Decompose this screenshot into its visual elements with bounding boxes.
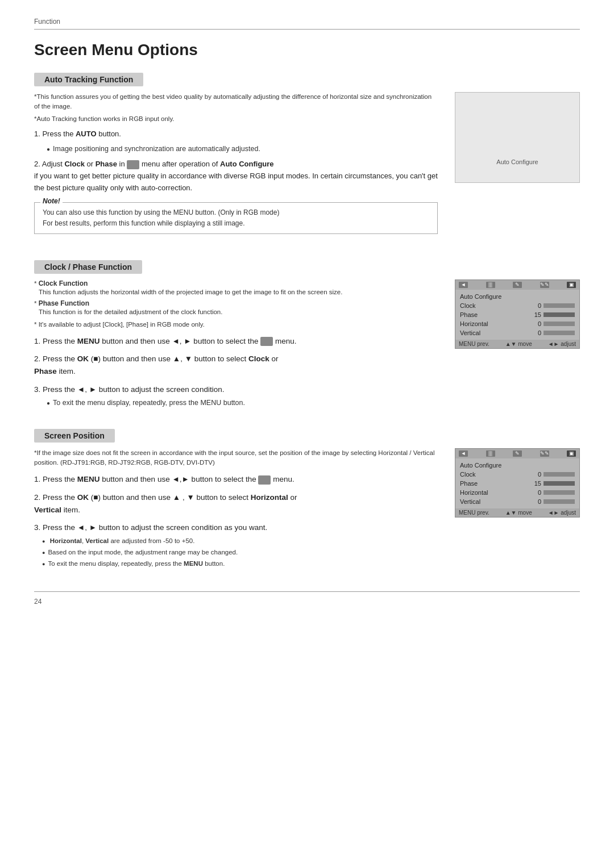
clock-phase-content: * Clock Function This function adjusts t… xyxy=(34,279,580,408)
clock-phase-image: ◄ ||| ✎ ✎✎ ▣ Auto Configure Clock xyxy=(455,279,580,408)
sp-clock-bar xyxy=(544,472,575,477)
sp-menu-topbar: ◄ ||| ✎ ✎✎ ▣ xyxy=(455,449,579,458)
menu-icon-pencil: ✎ xyxy=(513,282,522,288)
menu-icon-cp xyxy=(260,337,273,346)
screen-position-text: *If the image size does not fit the scre… xyxy=(34,448,438,571)
menu-icon-screen-active: ▣ xyxy=(567,282,576,288)
sp-menu-rows: Auto Configure Clock 0 Phase 15 Hor xyxy=(455,458,579,508)
footer-bar: 24 xyxy=(34,591,580,606)
sp-menu-bottom-right: ◄► adjust xyxy=(548,510,576,516)
menu-icon-sp xyxy=(258,475,271,485)
clock-func-title: Clock Function xyxy=(39,279,88,287)
vert-bold: Vertical xyxy=(34,506,61,514)
sp-row-value-phase: 15 xyxy=(534,480,575,487)
menu-row-phase: Phase 15 xyxy=(460,310,575,319)
sp-menu-bottom-left: MENU prev. xyxy=(459,510,489,516)
horiz-bold: Horizontal xyxy=(251,493,288,502)
clock-phase-step3-bullet: To exit the menu display, repeatedly, pr… xyxy=(47,398,438,408)
screen-pos-step3: 3. Press the ◄, ► button to adjust the s… xyxy=(34,521,438,534)
auto-tracking-phase-bold: Phase xyxy=(96,160,117,168)
auto-tracking-step2-rest: if you want to get better picture qualit… xyxy=(34,172,438,192)
sp-row-label-phase: Phase xyxy=(460,480,478,487)
auto-tracking-note2: *Auto Tracking function works in RGB inp… xyxy=(34,114,438,124)
horiz-bar xyxy=(544,322,575,326)
auto-tracking-step1: 1. Press the AUTO button. xyxy=(34,128,438,140)
sp-menu-icon-pencil: ✎ xyxy=(513,450,522,457)
menu-row-value-phase: 15 xyxy=(534,311,575,318)
sp-vert-bar xyxy=(544,499,575,504)
menu-bottom-left: MENU prev. xyxy=(459,341,489,347)
page: Function Screen Menu Options Auto Tracki… xyxy=(0,0,614,628)
note-box: Note! You can also use this function by … xyxy=(34,202,438,234)
menu-row-label-phase: Phase xyxy=(460,311,478,318)
menu-topbar: ◄ ||| ✎ ✎✎ ▣ xyxy=(455,280,579,290)
auto-tracking-screen: Auto Configure xyxy=(455,92,580,183)
sp-row-value-vertical: 0 xyxy=(538,498,575,505)
menu-bold-sp1: MENU xyxy=(77,475,100,483)
sp-menu-row-horizontal: Horizontal 0 xyxy=(460,488,575,497)
clock-phase-section: Clock / Phase Function * Clock Function … xyxy=(34,260,580,408)
sp-menu-row-phase: Phase 15 xyxy=(460,479,575,488)
auto-tracking-section: Auto Tracking Function *This function as… xyxy=(34,73,580,240)
menu-row-clock: Clock 0 xyxy=(460,301,575,310)
header-bar: Function xyxy=(34,17,580,30)
menu-bottombar: MENU prev. ▲▼ move ◄► adjust xyxy=(455,340,579,348)
vert-label: Vertical xyxy=(85,537,109,544)
menu-row-value-vertical: 0 xyxy=(538,329,575,336)
sp-row-label-horizontal: Horizontal xyxy=(460,489,488,496)
sp-row-value-clock: 0 xyxy=(538,471,575,478)
clock-phase-text: * Clock Function This function adjusts t… xyxy=(34,279,438,408)
screen-position-image: ◄ ||| ✎ ✎✎ ▣ Auto Configure Clock xyxy=(455,448,580,571)
phase-func-title-line: * Phase Function xyxy=(34,299,438,307)
horiz-vert-label: Horizontal xyxy=(50,537,82,544)
menu-rows: Auto Configure Clock 0 Phase 15 Hor xyxy=(455,290,579,340)
note-title: Note! xyxy=(40,197,63,205)
page-title: Screen Menu Options xyxy=(34,41,580,59)
menu-row-label-vertical: Vertical xyxy=(460,329,480,336)
clock-bar xyxy=(544,303,575,308)
menu-row-autoconfigure: Auto Configure xyxy=(460,292,575,301)
screen-position-content: *If the image size does not fit the scre… xyxy=(34,448,580,571)
screen-pos-note1: *If the image size does not fit the scre… xyxy=(34,448,438,468)
sp-phase-bar xyxy=(544,481,575,486)
screen-pos-step1: 1. Press the MENU button and then use ◄,… xyxy=(34,473,438,486)
menu-bottom-mid: ▲▼ move xyxy=(505,341,532,347)
screen-position-header: Screen Position xyxy=(34,429,115,443)
auto-tracking-step1-bullet: Image positioning and synchronization ar… xyxy=(47,144,438,155)
page-number: 24 xyxy=(34,598,42,606)
sp-bullet3: To exit the menu display, repeatedly, pr… xyxy=(42,559,438,569)
sp-menu-bottombar: MENU prev. ▲▼ move ◄► adjust xyxy=(455,508,579,517)
menu-row-value-horizontal: 0 xyxy=(538,320,575,327)
clock-func-title-line: * Clock Function xyxy=(34,279,438,287)
sp-row-label-autoconfigure: Auto Configure xyxy=(460,462,501,469)
sp-menu-icon-pencil2: ✎✎ xyxy=(540,450,549,457)
sp-menu-icon-bars: ||| xyxy=(486,450,495,457)
menu-row-label-autoconfigure: Auto Configure xyxy=(460,293,501,300)
screen-pos-menu-screen: ◄ ||| ✎ ✎✎ ▣ Auto Configure Clock xyxy=(455,448,580,518)
phase-func-desc: This function is for the detailed adjust… xyxy=(39,307,438,317)
phase-select-bold: Phase xyxy=(34,367,57,375)
sp-bullet2: Based on the input mode, the adjustment … xyxy=(42,548,438,557)
clock-select-bold: Clock xyxy=(248,354,269,363)
menu-icon-left: ◄ xyxy=(459,282,468,288)
menu-row-value-clock: 0 xyxy=(538,302,575,309)
menu-icon-pencil2: ✎✎ xyxy=(540,282,549,288)
avail-note: * It's available to adjust [Clock], [Pha… xyxy=(34,320,438,329)
sp-menu-row-clock: Clock 0 xyxy=(460,470,575,479)
screen-position-section: Screen Position *If the image size does … xyxy=(34,429,580,571)
sp-menu-icon-left: ◄ xyxy=(459,450,468,457)
header-label: Function xyxy=(34,18,60,26)
auto-tracking-image: Auto Configure xyxy=(455,92,580,240)
menu-row-horizontal: Horizontal 0 xyxy=(460,319,575,328)
auto-tracking-autoconf-bold: Auto Configure xyxy=(220,160,274,168)
note-line1: You can also use this function by using … xyxy=(43,207,429,218)
menu-row-label-clock: Clock xyxy=(460,302,476,309)
sp-menu-row-vertical: Vertical 0 xyxy=(460,497,575,506)
auto-tracking-header: Auto Tracking Function xyxy=(34,73,143,86)
sp-row-value-horizontal: 0 xyxy=(538,489,575,496)
auto-tracking-step2: 2. Adjust Clock or Phase in menu after o… xyxy=(34,158,438,194)
clock-phase-header: Clock / Phase Function xyxy=(34,260,142,274)
ok-bold-1: OK xyxy=(77,354,89,363)
sp-row-label-vertical: Vertical xyxy=(460,498,480,505)
menu-row-vertical: Vertical 0 xyxy=(460,328,575,337)
